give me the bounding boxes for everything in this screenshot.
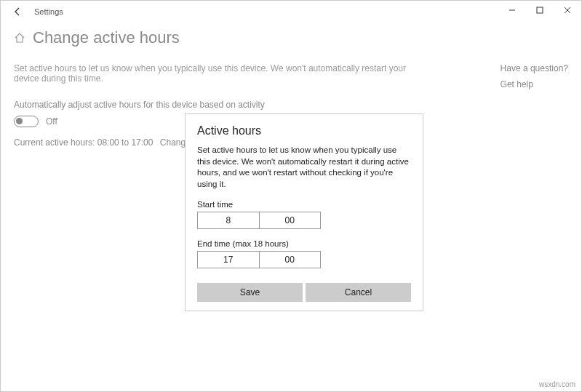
- titlebar: Settings: [1, 1, 581, 23]
- page-title: Change active hours: [33, 28, 180, 47]
- auto-adjust-toggle[interactable]: [14, 116, 39, 127]
- start-hour-cell[interactable]: 8: [198, 212, 259, 228]
- dialog-buttons: Save Cancel: [197, 283, 411, 302]
- close-button[interactable]: [554, 1, 581, 20]
- toggle-state-label: Off: [46, 116, 57, 127]
- start-time-label: Start time: [197, 200, 411, 209]
- get-help-link[interactable]: Get help: [501, 76, 568, 92]
- dialog-description: Set active hours to let us know when you…: [197, 145, 411, 190]
- current-prefix: Current active hours:: [14, 137, 97, 148]
- end-time-picker[interactable]: 17 00: [197, 251, 321, 268]
- window-title: Settings: [34, 7, 63, 16]
- window-controls: [498, 1, 581, 20]
- home-icon[interactable]: [14, 32, 25, 44]
- svg-rect-1: [537, 7, 543, 13]
- toggle-knob: [16, 118, 23, 124]
- active-hours-dialog: Active hours Set active hours to let us …: [185, 113, 423, 311]
- end-time-label: End time (max 18 hours): [197, 239, 411, 248]
- save-button[interactable]: Save: [197, 283, 303, 302]
- minimize-button[interactable]: [498, 1, 526, 20]
- page-header: Change active hours: [14, 28, 568, 47]
- sidebar-links: Have a question? Get help: [501, 60, 568, 92]
- end-hour-cell[interactable]: 17: [198, 252, 259, 268]
- auto-adjust-label: Automatically adjust active hours for th…: [14, 100, 568, 110]
- current-value: 08:00 to 17:00: [97, 137, 154, 148]
- cancel-button[interactable]: Cancel: [306, 283, 411, 302]
- start-time-picker[interactable]: 8 00: [197, 212, 321, 229]
- back-button[interactable]: [11, 5, 24, 18]
- dialog-title: Active hours: [197, 124, 411, 137]
- watermark: wsxdn.com: [539, 380, 575, 388]
- have-question-link[interactable]: Have a question?: [501, 60, 568, 76]
- page-description: Set active hours to let us know when you…: [14, 63, 407, 84]
- start-minute-cell[interactable]: 00: [259, 212, 321, 228]
- maximize-button[interactable]: [526, 1, 554, 20]
- end-minute-cell[interactable]: 00: [259, 252, 321, 268]
